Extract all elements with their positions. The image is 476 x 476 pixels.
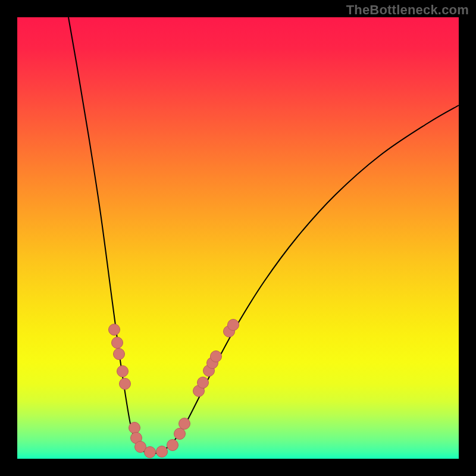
scatter-dot [117, 366, 129, 377]
scatter-dot [114, 349, 125, 360]
scatter-dots [109, 320, 239, 458]
scatter-dot [129, 422, 140, 434]
scatter-dot [120, 378, 131, 390]
scatter-dot [167, 440, 178, 451]
scatter-dot [109, 324, 120, 336]
curve-right-branch [156, 105, 459, 453]
app-frame: TheBottleneck.com [0, 0, 476, 476]
watermark-text: TheBottleneck.com [346, 2, 469, 18]
curve-left-branch [68, 17, 156, 453]
scatter-dot [228, 320, 239, 331]
scatter-dot [198, 377, 209, 389]
scatter-dot [174, 428, 186, 440]
scatter-dot [112, 337, 123, 349]
scatter-dot [179, 418, 190, 430]
scatter-dot [211, 351, 222, 362]
scatter-dot [145, 447, 156, 458]
chart-overlay [17, 17, 459, 459]
scatter-dot [156, 446, 168, 458]
